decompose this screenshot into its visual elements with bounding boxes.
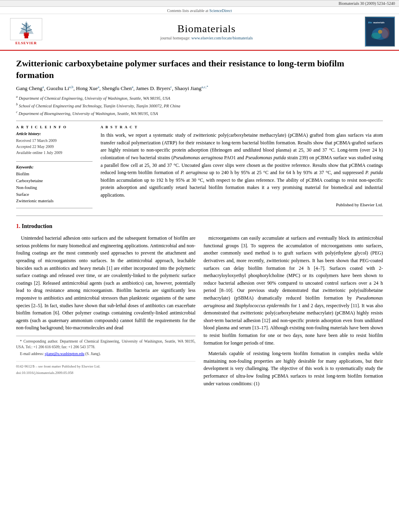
introduction-title: 1. Introduction: [16, 223, 383, 230]
svg-text:●: ●: [26, 35, 27, 37]
intro-para-3: Materials capable of resisting long-term…: [204, 350, 383, 387]
abstract-header: A B S T R A C T: [101, 125, 383, 129]
homepage-label: journal homepage:: [160, 36, 191, 40]
keyword-surface: Surface: [16, 191, 93, 198]
introduction-columns: Unintended bacterial adhesion onto surfa…: [16, 234, 383, 390]
accepted-date: Accepted 22 May 2009: [16, 144, 93, 150]
article-info-header: A R T I C L E I N F O: [16, 125, 93, 129]
email-link[interactable]: sjiang@u.washington.edu: [45, 352, 84, 356]
sciencedirect-link[interactable]: ScienceDirect: [209, 8, 232, 13]
affiliations: a Department of Chemical Engineering, Un…: [16, 94, 383, 117]
keyword-nonfouling: Non-fouling: [16, 185, 93, 191]
introduction-section: 1. Introduction Unintended bacterial adh…: [16, 223, 383, 390]
issn-text: 0142-9612/$ – see front matter Published…: [16, 364, 100, 370]
received-date: Received 17 March 2009: [16, 138, 93, 144]
svg-point-14: [381, 27, 389, 39]
intro-para-1: Unintended bacterial adhesion onto surfa…: [16, 234, 195, 332]
keywords-block: Keywords: Biofilm Carboxybetaine Non-fou…: [16, 165, 93, 205]
body-col-left: Unintended bacterial adhesion onto surfa…: [16, 234, 195, 390]
published-by: Published by Elsevier Ltd.: [101, 201, 383, 208]
elsevier-tree-svg: ●: [11, 19, 41, 39]
keyword-carboxybetaine: Carboxybetaine: [16, 178, 93, 185]
available-date: Available online 1 July 2009: [16, 150, 93, 156]
main-content: Zwitterionic carboxybetaine polymer surf…: [0, 51, 399, 398]
abstract-column: A B S T R A C T In this work, we report …: [101, 125, 383, 212]
intro-para-2: microorganisms can easily accumulate at …: [204, 234, 383, 347]
left-divider-1: [16, 161, 93, 162]
footnote-email: E-mail address: sjiang@u.washington.edu …: [16, 351, 195, 357]
bottom-bar: 0142-9612/$ – see front matter Published…: [16, 361, 195, 370]
doi-text: doi:10.1016/j.biomaterials.2009.05.058: [16, 370, 195, 376]
affiliation-a: a Department of Chemical Engineering, Un…: [16, 94, 383, 101]
divider-after-abstract: [16, 216, 383, 216]
abstract-body: In this work, we report a systematic stu…: [101, 131, 383, 208]
cover-svg: Bio materials: [366, 18, 394, 46]
article-title: Zwitterionic carboxybetaine polymer surf…: [16, 58, 383, 81]
article-history-block: Article history: Received 17 March 2009 …: [16, 131, 93, 156]
journal-center: Biomaterials journal homepage: www.elsev…: [48, 23, 365, 40]
footnote-area: * Corresponding author. Department of Ch…: [16, 336, 195, 357]
journal-header: Biomaterials 30 (2009) 5234–5240 Content…: [0, 0, 399, 51]
biomaterials-cover-image: Bio materials: [365, 16, 395, 47]
info-abstract-columns: A R T I C L E I N F O Article history: R…: [16, 125, 383, 212]
journal-banner: ● ELSEVIER Biomaterials journal homepage…: [0, 14, 399, 48]
journal-top-bar: Contents lists available at ScienceDirec…: [0, 7, 399, 14]
affiliation-c: c Department of Bioengineering, Universi…: [16, 110, 383, 117]
authors-line: Gang Chenga, Guozhu Lia,b, Hong Xuea, Sh…: [16, 85, 383, 92]
keywords-label: Keywords:: [16, 165, 93, 169]
keyword-biofilm: Biofilm: [16, 171, 93, 178]
divider-after-affiliations: [16, 121, 383, 121]
left-divider-2: [16, 208, 93, 208]
sciencedirect-label: Contents lists available at: [167, 8, 208, 13]
citation-bar: Biomaterials 30 (2009) 5234–5240: [0, 0, 399, 7]
history-label: Article history:: [16, 131, 93, 136]
keyword-zwitterionic: Zwitterionic materials: [16, 198, 93, 205]
body-col-right: microorganisms can easily accumulate at …: [204, 234, 383, 390]
svg-text:Bio: Bio: [368, 21, 372, 24]
elsevier-logo-image: ●: [10, 18, 42, 40]
svg-point-15: [378, 30, 382, 34]
footnote-corresponding: * Corresponding author. Department of Ch…: [16, 339, 195, 350]
section-number: 1.: [16, 223, 22, 229]
citation-text: Biomaterials 30 (2009) 5234–5240: [339, 1, 395, 6]
elsevier-label: ELSEVIER: [15, 41, 37, 45]
journal-title: Biomaterials: [48, 23, 365, 35]
page-wrapper: Biomaterials 30 (2009) 5234–5240 Content…: [0, 0, 399, 398]
article-info-column: A R T I C L E I N F O Article history: R…: [16, 125, 93, 212]
svg-text:materials: materials: [373, 21, 385, 24]
journal-homepage: journal homepage: www.elsevier.com/locat…: [48, 36, 365, 40]
homepage-url[interactable]: www.elsevier.com/locate/biomaterials: [191, 36, 253, 40]
elsevier-logo: ● ELSEVIER: [4, 18, 48, 45]
affiliation-b: b School of Chemical Engineering and Tec…: [16, 102, 383, 109]
